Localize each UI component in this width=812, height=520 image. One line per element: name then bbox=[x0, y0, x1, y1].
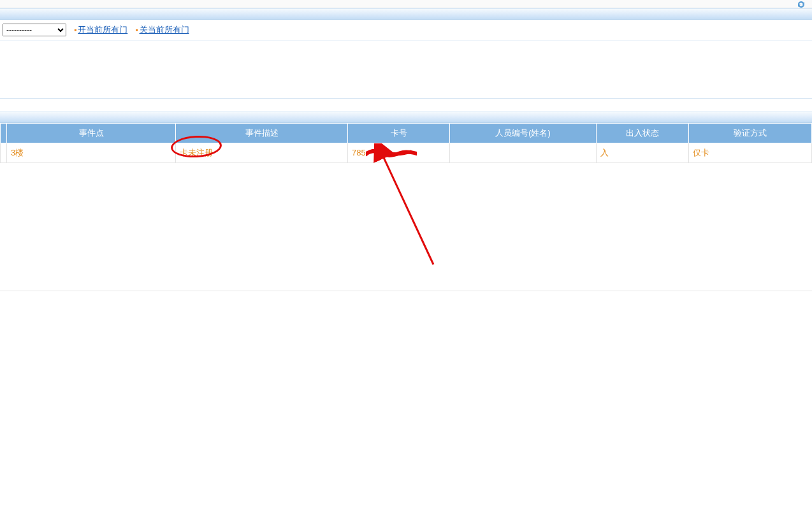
col-header-check bbox=[1, 124, 7, 143]
cell-verify-mode: 仅卡 bbox=[689, 143, 812, 163]
bullet-icon: ▪ bbox=[135, 25, 138, 34]
svg-line-0 bbox=[382, 155, 433, 264]
toolbar-row: ---------- ▪开当前所有门 ▪关当前所有门 bbox=[0, 20, 812, 41]
cell-event-point: 3楼 bbox=[7, 143, 176, 163]
top-strip bbox=[0, 0, 812, 8]
cell-card-no: 785 bbox=[348, 143, 450, 163]
event-table: 事件点 事件描述 卡号 人员编号(姓名) 出入状态 验证方式 3楼 卡未注册 7… bbox=[0, 123, 812, 163]
table-row[interactable]: 3楼 卡未注册 785 入 仅卡 bbox=[1, 143, 812, 163]
open-all-doors-group: ▪开当前所有门 bbox=[74, 24, 127, 36]
col-header-event-desc: 事件描述 bbox=[176, 124, 348, 143]
col-header-card-no: 卡号 bbox=[348, 124, 450, 143]
col-header-verify-mode: 验证方式 bbox=[689, 124, 812, 143]
cell-event-desc: 卡未注册 bbox=[176, 143, 348, 163]
card-no-prefix: 785 bbox=[352, 148, 366, 157]
table-header-row: 事件点 事件描述 卡号 人员编号(姓名) 出入状态 验证方式 bbox=[1, 124, 812, 143]
section-bottom-border bbox=[0, 291, 812, 291]
open-all-doors-link[interactable]: 开当前所有门 bbox=[78, 25, 127, 34]
cell-person bbox=[450, 143, 597, 163]
cell-io-state: 入 bbox=[597, 143, 689, 163]
bullet-icon: ▪ bbox=[74, 25, 76, 34]
close-all-doors-link[interactable]: 关当前所有门 bbox=[140, 25, 189, 34]
col-header-event-point: 事件点 bbox=[7, 124, 176, 143]
col-header-person: 人员编号(姓名) bbox=[450, 124, 597, 143]
event-table-section: 事件点 事件描述 卡号 人员编号(姓名) 出入状态 验证方式 3楼 卡未注册 7… bbox=[0, 112, 812, 291]
close-all-doors-group: ▪关当前所有门 bbox=[135, 24, 189, 36]
section-header-bar-2 bbox=[0, 112, 812, 123]
area-select[interactable]: ---------- bbox=[3, 24, 66, 36]
toolbar-section: ---------- ▪开当前所有门 ▪关当前所有门 bbox=[0, 8, 812, 99]
card-no-redaction-icon bbox=[366, 149, 417, 158]
col-header-io-state: 出入状态 bbox=[597, 124, 689, 143]
cell-check bbox=[1, 143, 7, 163]
refresh-icon[interactable] bbox=[797, 1, 806, 10]
section-header-bar-1 bbox=[0, 8, 812, 20]
